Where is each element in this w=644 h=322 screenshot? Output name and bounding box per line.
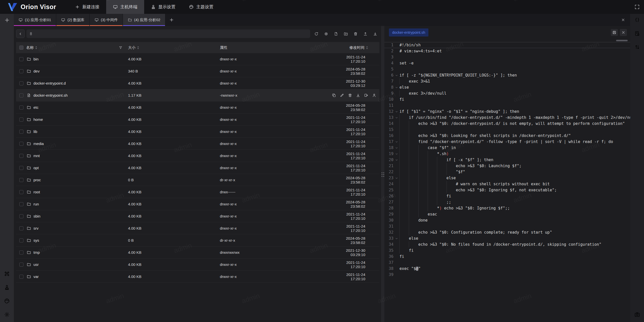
row-checkbox[interactable] <box>19 57 23 61</box>
file-row-docker-entrypoint.d[interactable]: docker-entrypoint.d4.00 KBdrwxr-xr-x2021… <box>16 77 379 89</box>
terminal-tab-2[interactable]: (2) 数据库 <box>56 14 89 26</box>
row-checkbox[interactable] <box>19 190 23 194</box>
add-tab-button[interactable] <box>166 14 178 26</box>
fold-chevron-icon[interactable] <box>393 145 399 151</box>
file-name[interactable]: sys <box>33 238 39 242</box>
file-row-bin[interactable]: bin4.00 KBdrwxr-xr-x2021-11-24 17:20:10 <box>16 53 379 65</box>
terminal-tab-3[interactable]: (3) 中间件 <box>90 14 123 26</box>
path-input[interactable] <box>35 32 308 36</box>
new-file-button[interactable] <box>332 29 340 38</box>
fold-chevron-icon[interactable] <box>393 151 399 157</box>
file-row-opt[interactable]: opt4.00 KBdrwxr-xr-x2021-11-24 17:20:10 <box>16 162 379 174</box>
file-row-usr[interactable]: usr4.00 KBdrwxr-xr-x2021-11-24 17:20:10 <box>16 259 379 271</box>
file-name[interactable]: media <box>33 141 44 146</box>
fold-chevron-icon[interactable] <box>393 115 399 121</box>
fold-chevron-icon[interactable] <box>393 235 399 241</box>
gear-icon[interactable] <box>4 312 10 317</box>
file-row-run[interactable]: run4.00 KBdrwxr-xr-x2024-05-28 23:58:02 <box>16 198 379 210</box>
eye-button[interactable] <box>322 29 330 38</box>
delete-button[interactable] <box>351 29 360 38</box>
fullscreen-icon[interactable] <box>630 0 644 14</box>
file-name[interactable]: home <box>33 117 43 122</box>
editor-scrollbar-thumb[interactable] <box>616 40 628 41</box>
terminal-tab-1[interactable]: (1) 应用-分析01 <box>14 14 56 26</box>
fold-chevron-icon[interactable] <box>393 109 399 115</box>
row-checkbox[interactable] <box>19 263 23 267</box>
close-icon[interactable] <box>621 18 625 22</box>
new-folder-button[interactable] <box>341 29 350 38</box>
edit-action-icon[interactable] <box>340 93 344 97</box>
upload-button[interactable] <box>361 29 370 38</box>
add-connection-icon[interactable] <box>4 17 10 23</box>
row-checkbox[interactable] <box>19 275 23 279</box>
back-button[interactable] <box>16 29 25 38</box>
file-row-tmp[interactable]: tmp4.00 KBdrwxrwxrwx2021-12-30 03:29:10 <box>16 246 379 259</box>
row-checkbox[interactable] <box>19 226 23 230</box>
fold-chevron-icon[interactable] <box>393 72 399 78</box>
file-row-media[interactable]: media4.00 KBdrwxr-xr-x2021-11-24 17:20:1… <box>16 138 379 150</box>
sort-caret-icon[interactable] <box>35 46 37 50</box>
row-checkbox[interactable] <box>19 214 23 218</box>
filter-icon[interactable] <box>119 46 123 50</box>
column-header-2[interactable]: 大小 <box>128 45 220 50</box>
nav-item-2[interactable]: 主机终端 <box>106 0 144 14</box>
file-name[interactable]: srv <box>33 226 38 230</box>
file-row-docker-entrypoint.sh[interactable]: docker-entrypoint.sh1.17 KB-rwxrwxr-x <box>16 89 379 101</box>
file-row-dev[interactable]: dev340 Bdrwxr-xr-x2024-05-28 23:58:02 <box>16 65 379 77</box>
file-name[interactable]: docker-entrypoint.sh <box>33 93 68 97</box>
fold-chevron-icon[interactable] <box>393 139 399 145</box>
column-header-3[interactable]: 属性 <box>220 45 331 50</box>
fold-chevron-icon[interactable] <box>393 175 399 181</box>
row-checkbox[interactable] <box>19 81 23 85</box>
copy-action-icon[interactable] <box>332 93 336 97</box>
file-name[interactable]: mnt <box>33 154 40 158</box>
row-checkbox[interactable] <box>19 238 23 242</box>
file-name[interactable]: tmp <box>33 250 40 255</box>
file-row-var[interactable]: var4.00 KBdrwxr-xr-x2021-11-24 17:20:10 <box>16 271 379 283</box>
row-checkbox[interactable] <box>19 202 23 206</box>
row-checkbox[interactable] <box>19 69 23 73</box>
camera-icon[interactable] <box>634 311 640 317</box>
file-name[interactable]: proc <box>33 178 41 182</box>
row-checkbox[interactable] <box>19 142 23 146</box>
row-checkbox[interactable] <box>19 166 23 170</box>
file-row-lib[interactable]: lib4.00 KBdrwxr-xr-x2021-11-24 17:20:10 <box>16 126 379 138</box>
row-checkbox[interactable] <box>19 105 23 110</box>
refresh-button[interactable] <box>312 29 320 38</box>
braces-icon[interactable] <box>634 17 640 23</box>
row-checkbox[interactable] <box>19 154 23 158</box>
file-name[interactable]: var <box>33 274 39 279</box>
row-checkbox[interactable] <box>19 118 23 122</box>
column-header-4[interactable]: 修改时间 <box>331 45 379 50</box>
close-button[interactable] <box>620 29 627 36</box>
file-row-root[interactable]: root4.00 KBdrwx------2021-11-24 17:20:10 <box>16 186 379 198</box>
file-name[interactable]: docker-entrypoint.d <box>33 81 66 85</box>
command-icon[interactable] <box>4 271 10 277</box>
file-row-etc[interactable]: etc4.00 KBdrwxr-xr-x2024-05-28 23:58:02 <box>16 101 379 114</box>
sort-caret-icon[interactable] <box>366 46 368 50</box>
nav-item-3[interactable]: 显示设置 <box>144 0 182 14</box>
file-row-sys[interactable]: sys0 Bdr-xr-xr-x2024-05-28 23:58:02 <box>16 234 379 246</box>
row-checkbox[interactable] <box>19 130 23 134</box>
save-button[interactable] <box>611 29 618 36</box>
palette-icon[interactable] <box>4 298 10 304</box>
download-action-icon[interactable] <box>356 93 360 97</box>
file-name[interactable]: lib <box>33 129 37 134</box>
column-header-1[interactable]: 名称 <box>26 45 128 50</box>
file-row-srv[interactable]: srv4.00 KBdrwxr-xr-x2021-11-24 17:20:10 <box>16 222 379 234</box>
fold-chevron-icon[interactable] <box>393 84 399 90</box>
select-all-checkbox[interactable] <box>19 46 23 50</box>
terminal-tab-4[interactable]: (4) 应用-分析02 <box>123 14 165 26</box>
file-name[interactable]: bin <box>33 57 38 61</box>
file-name[interactable]: root <box>33 190 40 194</box>
row-checkbox[interactable] <box>19 93 23 97</box>
nav-item-1[interactable]: 新建连接 <box>68 0 106 14</box>
panel-resize-handle[interactable] <box>381 26 384 322</box>
swap-vertical-icon[interactable] <box>634 44 640 50</box>
file-row-home[interactable]: home4.00 KBdrwxr-xr-x2021-11-24 17:20:10 <box>16 114 379 126</box>
row-checkbox[interactable] <box>19 251 23 255</box>
delete-action-icon[interactable] <box>348 93 352 97</box>
file-name[interactable]: dev <box>33 69 39 73</box>
stamp-icon[interactable] <box>4 284 10 290</box>
row-checkbox[interactable] <box>19 178 23 182</box>
